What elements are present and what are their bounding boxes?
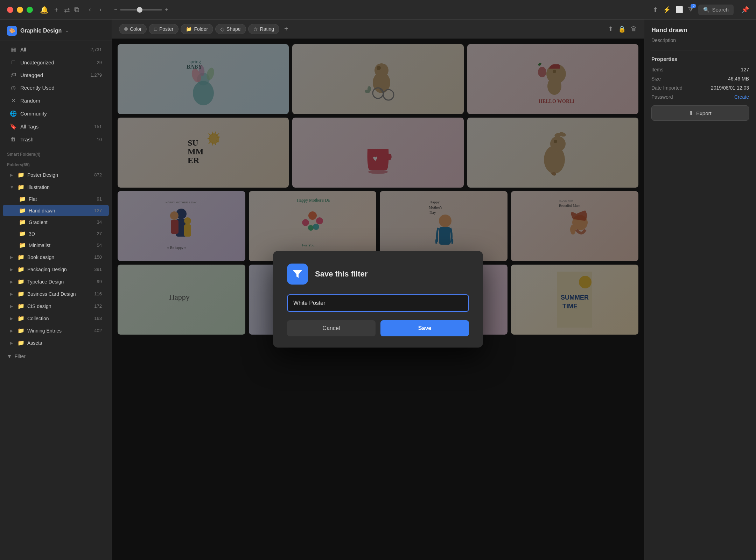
folder-minimalist[interactable]: 📁 Minimalist 54 [3,239,109,251]
folder-packaging-design[interactable]: ▶ 📁 Packaging Design 391 [3,263,109,275]
close-button[interactable] [7,7,13,13]
share-action-icon[interactable]: ⬆ [608,25,613,33]
folder-poster-design[interactable]: ▶ 📁 Poster Design 872 [3,169,109,181]
rating-icon: ☆ [253,26,258,32]
shape-icon: ◇ [220,26,224,32]
folder-expand-icon: ▶ [10,173,15,177]
filter-color-pill[interactable]: Color [119,24,147,34]
folder-illustration[interactable]: ▼ 📁 Illustration [3,181,109,193]
folder-winning-entries[interactable]: ▶ 📁 Winning Entries 402 [3,324,109,337]
cancel-button[interactable]: Cancel [287,320,376,336]
folder-icon: 📁 [19,207,26,214]
folder-packaging-design-count: 391 [94,267,102,272]
folder-expand-icon: ▼ [10,185,15,190]
folder-expand-icon: ▶ [10,255,15,260]
zoom-plus-button[interactable]: + [165,7,168,13]
search-box[interactable]: 🔍 Search [698,5,734,15]
sidebar-filter-footer[interactable]: ▼ Filter [0,349,112,363]
lock-action-icon[interactable]: 🔒 [618,25,626,33]
sidebar-item-community[interactable]: 🌐 Community [3,107,109,120]
trash-icon: 🗑 [10,136,17,142]
delete-action-icon[interactable]: 🗑 [631,25,637,33]
folder-assets-label: Assets [27,340,102,346]
filter-poster-pill[interactable]: □ Poster [149,24,178,34]
folder-icon: 📁 [18,303,24,309]
panel-description: Description [651,37,749,43]
filter-folder-label: Folder [194,26,208,32]
zoom-minus-button[interactable]: − [114,7,117,13]
folder-poster-design-count: 872 [94,172,102,177]
folder-cis-design-count: 172 [94,303,102,309]
folder-icon: 📁 [18,340,24,346]
folder-gradient[interactable]: 📁 Gradient 34 [3,216,109,228]
export-button[interactable]: ⬆ Export [651,105,749,121]
recently-used-icon: ◷ [10,84,17,91]
bell-icon[interactable]: 🔔 [40,6,49,14]
share-icon[interactable]: ⬆ [653,6,658,14]
sidebar-item-recently-used[interactable]: ◷ Recently Used [3,81,109,94]
sidebar-item-untagged[interactable]: 🏷 Untagged 1,279 [3,69,109,81]
folder-expand-icon: ▶ [10,304,15,309]
folder-cis-design[interactable]: ▶ 📁 CIS design 172 [3,300,109,312]
folder-3d[interactable]: 📁 3D 27 [3,228,109,239]
image-grid: spring BABY [112,38,644,560]
save-button[interactable]: Save [380,320,469,336]
sidebar-item-random[interactable]: ✕ Random [3,94,109,107]
folder-icon: 📁 [19,230,26,237]
sidebar-item-trash[interactable]: 🗑 Trash 10 [3,133,109,146]
dialog-title: Save this filter [315,270,368,279]
minimize-button[interactable] [17,7,23,13]
folder-typeface-design-count: 99 [97,279,102,284]
filter-footer-icon: ▼ [7,354,12,359]
nav-forward-button[interactable]: › [97,5,104,15]
panel-date-label: Date Imported [651,85,682,91]
layout-icon[interactable]: ⧉ [74,6,79,14]
sidebar-title: Graphic Design [20,28,62,34]
folder-minimalist-label: Minimalist [29,243,94,248]
window-icon[interactable]: ⬜ [676,6,683,14]
folder-hand-drawn-count: 127 [94,208,102,213]
filter-poster-label: Poster [159,26,173,32]
filter-shape-pill[interactable]: ◇ Shape [215,24,246,34]
filter-rating-pill[interactable]: ☆ Rating [248,24,279,34]
folder-collection[interactable]: ▶ 📁 Collection 163 [3,312,109,324]
folder-expand-icon: ▶ [10,341,15,345]
folder-assets[interactable]: ▶ 📁 Assets [3,337,109,349]
sidebar-item-uncategorized[interactable]: □ Uncategorized 29 [3,56,109,69]
add-icon[interactable]: ＋ [53,5,60,14]
filter-name-input[interactable] [287,294,469,312]
filter-count-badge: 2 [691,4,696,8]
folder-icon: 📁 [18,327,24,334]
folder-expand-icon: ▶ [10,316,15,321]
folder-flat[interactable]: 📁 Flat 91 [3,193,109,205]
dialog-overlay: Save this filter Cancel Save [112,38,644,560]
folder-expand-icon: ▶ [10,267,15,272]
fullscreen-button[interactable] [27,7,33,13]
sync-icon[interactable]: ⇄ [64,6,70,14]
sidebar-item-all-tags[interactable]: 🔖 All Tags 151 [3,120,109,133]
folder-hand-drawn[interactable]: 📁 Hand drawn 127 [3,205,109,216]
zoom-slider[interactable] [120,9,162,10]
sidebar-item-untagged-count: 1,279 [90,72,102,78]
folder-business-card-design[interactable]: ▶ 📁 Business Card Design 116 [3,288,109,300]
panel-properties-title: Properties [651,56,749,62]
nav-back-button[interactable]: ‹ [86,5,94,15]
sidebar-item-all[interactable]: ▦ All 2,731 [3,43,109,56]
filter-folder-pill[interactable]: 📁 Folder [181,24,213,34]
panel-password-create-link[interactable]: Create [734,94,749,100]
folder-typeface-design[interactable]: ▶ 📁 Typeface Design 99 [3,275,109,288]
add-filter-button[interactable]: + [281,23,291,34]
pin-icon[interactable]: 📌 [741,6,749,14]
folder-hand-drawn-label: Hand drawn [29,208,91,214]
panel-password-row: Password Create [651,94,749,100]
folder-filter-icon: 📁 [186,26,192,32]
save-filter-dialog: Save this filter Cancel Save [273,251,483,348]
lightning-icon[interactable]: ⚡ [663,6,671,14]
toolbar-actions: ⬆ 🔒 🗑 [608,25,637,33]
dialog-header: Save this filter [287,264,469,285]
traffic-lights [7,7,33,13]
sidebar-item-recently-used-label: Recently Used [20,85,102,91]
folder-book-design[interactable]: ▶ 📁 Book design 150 [3,251,109,263]
dialog-filter-icon [287,264,308,285]
panel-password-label: Password [651,94,673,100]
